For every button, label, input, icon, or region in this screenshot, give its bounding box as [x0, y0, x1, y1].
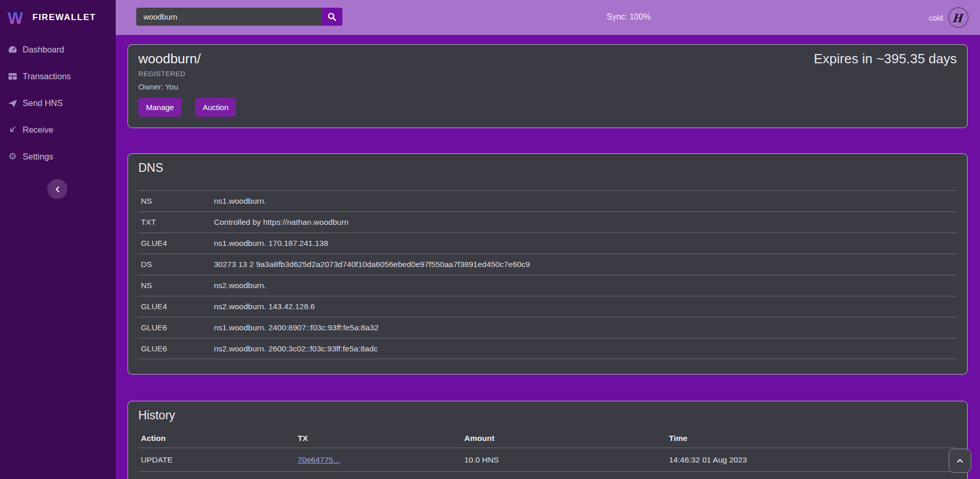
sidebar-item-label: Receive — [23, 125, 53, 135]
domain-card: woodburn/ Expires in ~395.35 days REGIST… — [128, 44, 968, 128]
chevron-up-icon — [956, 457, 964, 465]
firewallet-app: W FIREWALLET Dashboard — [0, 0, 980, 479]
brand-name: FIREWALLET — [32, 12, 96, 23]
send-icon — [8, 98, 17, 108]
sidebar-item-label: Dashboard — [23, 45, 64, 55]
tx-link[interactable]: 70e64775... — [298, 455, 340, 464]
chevron-left-icon — [54, 186, 61, 193]
sidebar-collapse-button[interactable] — [47, 179, 67, 199]
svg-text:W: W — [8, 9, 23, 27]
history-time: 14:46:32 01 Aug 2023 — [669, 455, 957, 465]
dns-card-title: DNS — [138, 161, 957, 175]
domain-expiry: Expires in ~395.35 days — [814, 51, 957, 67]
dns-record-value: ns1.woodburn. 2400:8907::f03c:93ff:fe5a:… — [214, 323, 957, 332]
dns-record-type: GLUE6 — [138, 344, 214, 353]
history-card-title: History — [138, 409, 957, 422]
dns-record-value: ns1.woodburn. — [214, 197, 957, 206]
dns-record-type: NS — [138, 281, 214, 290]
history-table-header: Action TX Amount Time — [138, 429, 957, 448]
sidebar-item-transactions[interactable]: Transactions — [0, 63, 116, 90]
dns-record-type: TXT — [138, 218, 214, 227]
dns-record-type: DS — [138, 260, 214, 269]
domain-card-header: woodburn/ Expires in ~395.35 days — [138, 51, 957, 67]
topbar: Sync: 100% cold H — [116, 0, 980, 35]
receive-icon — [8, 125, 17, 135]
dns-record-row: NS ns2.woodburn. — [138, 275, 957, 296]
dns-record-row: GLUE4 ns2.woodburn. 143.42.128.6 — [138, 296, 957, 317]
dns-record-value: ns2.woodburn. 143.42.128.6 — [214, 302, 957, 311]
dns-record-value: ns2.woodburn. 2600:3c02::f03c:93ff:fe5a:… — [214, 344, 957, 353]
scroll-to-top-button[interactable] — [949, 449, 971, 473]
column-header-action: Action — [138, 434, 298, 443]
search-group — [136, 8, 342, 26]
dns-record-value: ns1.woodburn. 170.187.241.138 — [214, 239, 957, 248]
history-card: History Action TX Amount Time UPDATE 70e… — [128, 401, 968, 479]
domain-actions: Manage Auction — [138, 98, 957, 117]
dns-record-row: GLUE6 ns2.woodburn. 2600:3c02::f03c:93ff… — [138, 338, 957, 359]
dns-record-type: GLUE4 — [138, 239, 214, 248]
sidebar-item-send-hns[interactable]: Send HNS — [0, 90, 116, 116]
dns-record-value: Controlled by https://nathan.woodburn — [214, 218, 957, 227]
handshake-logo-icon: H — [948, 7, 969, 28]
table-row: UPDATE 70e64775... 10.0 HNS 14:46:32 01 … — [138, 448, 957, 472]
brand-header: W FIREWALLET — [0, 0, 116, 35]
sidebar-item-label: Send HNS — [23, 98, 63, 108]
manage-button[interactable]: Manage — [138, 98, 182, 117]
dns-record-row: GLUE4 ns1.woodburn. 170.187.241.138 — [138, 233, 957, 254]
dns-record-row: TXT Controlled by https://nathan.woodbur… — [138, 211, 957, 233]
dns-record-value: 30273 13 2 9a3a8fb3d625d2a2073d740f10da6… — [214, 260, 957, 269]
sidebar-item-receive[interactable]: Receive — [0, 116, 116, 143]
domain-status-badge: REGISTERED — [138, 70, 957, 78]
dns-record-type: NS — [138, 197, 214, 206]
transactions-icon — [8, 72, 17, 81]
firewallet-logo-icon: W — [7, 8, 27, 27]
column-header-tx: TX — [298, 434, 464, 443]
domain-owner: Owner: You — [138, 82, 957, 91]
column-header-time: Time — [669, 434, 957, 443]
dns-record-value: ns2.woodburn. — [214, 281, 957, 290]
dns-record-row: GLUE6 ns1.woodburn. 2400:8907::f03c:93ff… — [138, 317, 957, 338]
dns-record-row: DS 30273 13 2 9a3a8fb3d625d2a2073d740f10… — [138, 254, 957, 275]
domain-name: woodburn/ — [138, 51, 201, 67]
dns-record-row: NS ns1.woodburn. — [138, 190, 957, 211]
sidebar-item-label: Settings — [23, 152, 53, 162]
history-action: UPDATE — [138, 455, 298, 465]
sidebar-item-dashboard[interactable]: Dashboard — [0, 36, 116, 63]
search-input[interactable] — [136, 8, 321, 26]
table-row: RENEW 8ba24c91... 10.0 HNS 15:15:36 07 J… — [138, 472, 957, 479]
wallet-name: cold — [929, 13, 943, 22]
sidebar: W FIREWALLET Dashboard — [0, 0, 116, 479]
sync-status: Sync: 100% — [607, 12, 650, 22]
wallet-selector[interactable]: cold H — [929, 7, 969, 28]
dns-table: NS ns1.woodburn. TXT Controlled by https… — [138, 190, 957, 359]
dashboard-icon — [8, 45, 17, 55]
auction-button[interactable]: Auction — [195, 98, 236, 117]
settings-icon: ⚙ — [8, 152, 17, 162]
dns-record-type: GLUE4 — [138, 302, 214, 311]
sidebar-nav: Dashboard Transactions S — [0, 35, 116, 170]
dns-record-type: GLUE6 — [138, 323, 214, 332]
search-icon — [327, 12, 337, 22]
dns-card: DNS NS ns1.woodburn. TXT Controlled by h… — [128, 153, 968, 375]
sidebar-item-label: Transactions — [23, 72, 71, 81]
column-header-amount: Amount — [464, 434, 669, 443]
search-button[interactable] — [321, 8, 342, 26]
sidebar-item-settings[interactable]: ⚙ Settings — [0, 143, 116, 170]
history-amount: 10.0 HNS — [464, 455, 669, 465]
